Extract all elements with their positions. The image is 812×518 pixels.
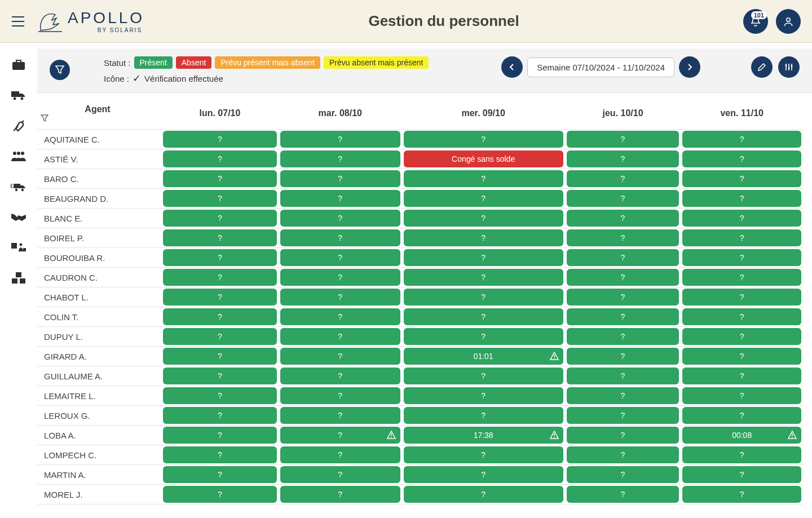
status-cell[interactable]: ? xyxy=(280,407,400,424)
status-cell[interactable]: ? xyxy=(163,446,277,463)
status-cell[interactable]: ? xyxy=(280,190,400,207)
status-cell[interactable]: ? xyxy=(280,269,400,286)
status-cell[interactable]: ? xyxy=(404,269,563,286)
status-cell[interactable]: ? xyxy=(404,170,563,187)
status-cell[interactable]: ? xyxy=(682,446,801,463)
sidebar-item-delivery[interactable] xyxy=(0,171,37,202)
agent-name-cell[interactable]: MARTIN A. xyxy=(37,465,161,485)
status-cell[interactable]: ? xyxy=(682,269,801,286)
column-header-day[interactable]: jeu. 10/10 xyxy=(565,100,681,130)
prev-week-button[interactable] xyxy=(501,56,523,78)
status-cell[interactable]: ? xyxy=(567,150,679,167)
status-cell[interactable]: ? xyxy=(567,289,679,306)
status-cell[interactable]: ? xyxy=(404,387,563,404)
brand-logo[interactable]: APOLLO BY SOLARIS xyxy=(36,9,144,34)
status-cell[interactable]: ? xyxy=(280,387,400,404)
agent-name-cell[interactable]: ASTIÉ V. xyxy=(37,149,161,169)
status-cell[interactable]: ? xyxy=(163,308,277,325)
status-cell[interactable]: ? xyxy=(280,466,400,483)
status-cell[interactable]: ? xyxy=(280,210,400,227)
agent-name-cell[interactable]: BLANC E. xyxy=(37,209,161,228)
status-cell[interactable]: 17:38 xyxy=(404,427,563,444)
status-cell[interactable]: ? xyxy=(567,210,679,227)
status-cell[interactable]: ? xyxy=(163,466,277,483)
status-cell[interactable]: ? xyxy=(567,446,679,463)
status-cell[interactable]: ? xyxy=(682,348,801,365)
menu-toggle-button[interactable] xyxy=(5,8,32,35)
agent-name-cell[interactable]: LOBA A. xyxy=(37,426,161,445)
agent-name-cell[interactable]: COLIN T. xyxy=(37,307,161,327)
agent-name-cell[interactable]: BARO C. xyxy=(37,169,161,189)
status-cell[interactable]: ? xyxy=(163,170,277,187)
status-cell[interactable]: ? xyxy=(682,407,801,424)
status-cell[interactable]: ? xyxy=(280,289,400,306)
status-cell[interactable]: ? xyxy=(567,387,679,404)
status-cell[interactable]: ? xyxy=(280,249,400,266)
status-cell[interactable]: ? xyxy=(404,328,563,345)
status-cell[interactable]: 01:01 xyxy=(404,348,563,365)
status-cell[interactable]: ? xyxy=(682,368,801,384)
agent-name-cell[interactable]: DUPUY L. xyxy=(37,327,161,347)
status-cell[interactable]: ? xyxy=(404,486,563,503)
status-cell[interactable]: ? xyxy=(567,170,679,187)
sidebar-item-tools[interactable] xyxy=(0,110,37,141)
agent-name-cell[interactable]: LEMAITRE L. xyxy=(37,386,161,406)
status-cell[interactable]: ? xyxy=(404,249,563,266)
status-cell[interactable]: ? xyxy=(567,249,679,266)
week-range-input[interactable]: Semaine 07/10/2024 - 11/10/2024 xyxy=(527,57,674,77)
status-cell[interactable]: ? xyxy=(682,308,801,325)
agent-name-cell[interactable]: CAUDRON C. xyxy=(37,268,161,287)
filter-icon[interactable] xyxy=(41,114,158,122)
status-cell[interactable]: ? xyxy=(280,348,400,365)
status-cell[interactable]: ? xyxy=(682,249,801,266)
status-cell[interactable]: ? xyxy=(567,269,679,286)
status-cell[interactable]: ? xyxy=(682,328,801,345)
sidebar-item-handshake[interactable] xyxy=(0,202,37,232)
next-week-button[interactable] xyxy=(679,56,700,78)
status-cell[interactable]: Congé sans solde xyxy=(404,150,563,167)
status-cell[interactable]: ? xyxy=(163,387,277,404)
status-cell[interactable]: ? xyxy=(567,308,679,325)
status-cell[interactable]: ? xyxy=(163,407,277,424)
column-header-day[interactable]: mar. 08/10 xyxy=(279,100,402,130)
status-cell[interactable]: ? xyxy=(404,368,563,384)
status-cell[interactable]: ? xyxy=(163,289,277,306)
status-cell[interactable]: ? xyxy=(567,131,679,148)
status-cell[interactable]: ? xyxy=(280,328,400,345)
status-cell[interactable]: ? xyxy=(163,150,277,167)
status-cell[interactable]: ? xyxy=(163,249,277,266)
notifications-button[interactable]: 101 xyxy=(743,9,768,34)
status-cell[interactable]: ? xyxy=(280,446,400,463)
status-cell[interactable]: ? xyxy=(567,190,679,207)
sidebar-item-team[interactable] xyxy=(0,141,37,171)
status-cell[interactable]: ? xyxy=(567,486,679,503)
status-cell[interactable]: ? xyxy=(567,229,679,246)
status-cell[interactable]: ? xyxy=(163,348,277,365)
status-cell[interactable]: ? xyxy=(404,466,563,483)
status-cell[interactable]: ? xyxy=(280,229,400,246)
profile-button[interactable] xyxy=(776,9,801,34)
status-cell[interactable]: ? xyxy=(567,328,679,345)
status-cell[interactable]: ? xyxy=(280,131,400,148)
status-cell[interactable]: ? xyxy=(163,427,277,444)
status-cell[interactable]: ? xyxy=(682,150,801,167)
status-cell[interactable]: ? xyxy=(682,387,801,404)
status-cell[interactable]: ? xyxy=(404,407,563,424)
status-cell[interactable]: ? xyxy=(404,308,563,325)
status-cell[interactable]: ? xyxy=(280,150,400,167)
status-cell[interactable]: ? xyxy=(404,289,563,306)
status-cell[interactable]: ? xyxy=(163,131,277,148)
agent-name-cell[interactable]: AQUITAINE C. xyxy=(37,130,161,149)
edit-button[interactable] xyxy=(751,56,773,78)
column-header-day[interactable]: ven. 11/10 xyxy=(681,100,803,130)
sidebar-item-loading[interactable] xyxy=(0,232,37,263)
column-header-agent[interactable]: Agent xyxy=(37,100,161,130)
status-cell[interactable]: ? xyxy=(404,229,563,246)
status-cell[interactable]: ? xyxy=(682,210,801,227)
agent-name-cell[interactable]: GIRARD A. xyxy=(37,347,161,366)
agent-name-cell[interactable]: GUILLAUME A. xyxy=(37,366,161,386)
status-cell[interactable]: ? xyxy=(163,229,277,246)
status-cell[interactable]: ? xyxy=(163,210,277,227)
status-cell[interactable]: ? xyxy=(682,190,801,207)
status-cell[interactable]: ? xyxy=(280,427,400,444)
